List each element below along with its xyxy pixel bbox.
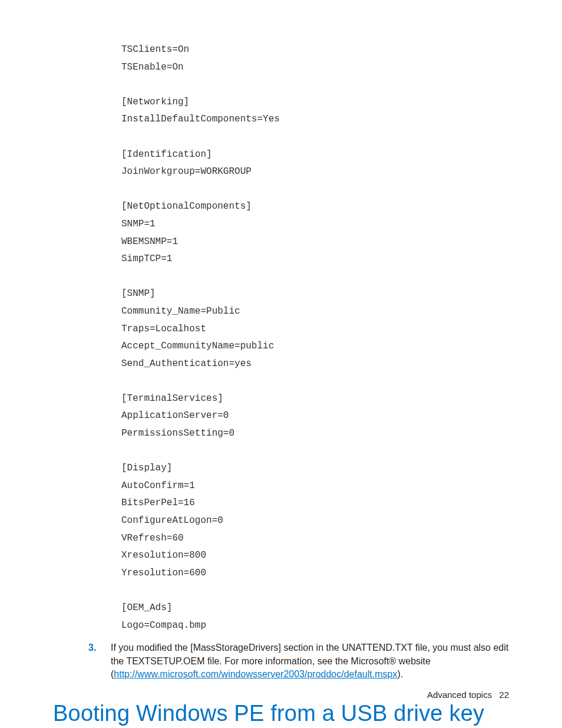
config-code-block: TSClients=On TSEnable=On [Networking] In… [121, 41, 509, 634]
microsoft-link[interactable]: http://www.microsoft.com/windowsserver20… [114, 669, 397, 679]
footer-page-number: 22 [499, 690, 509, 700]
section-heading: Booting Windows PE from a USB drive key [53, 701, 509, 726]
step-text-after: ). [397, 669, 403, 679]
step-text: If you modified the [MassStorageDrivers]… [111, 641, 509, 681]
page-footer: Advanced topics 22 [427, 690, 509, 700]
step-3: 3. If you modified the [MassStorageDrive… [88, 641, 509, 681]
step-number: 3. [88, 641, 111, 681]
footer-section: Advanced topics [427, 690, 492, 700]
